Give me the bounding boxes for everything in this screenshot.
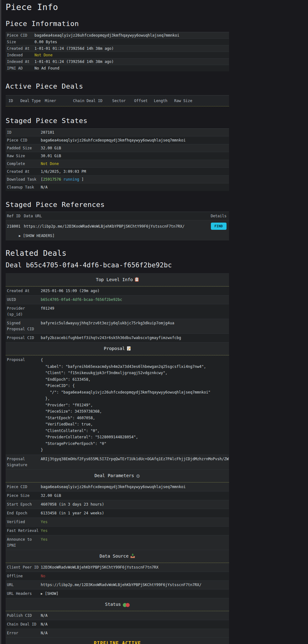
column-header-id: ID xyxy=(8,98,20,103)
active-piece-deals-table-header: ID Deal Type Miner Chain Deal ID Sector … xyxy=(6,95,229,106)
proposal-section-header: Proposal xyxy=(6,342,229,355)
proposal-signature-row: Proposal Signature ARIj3tgyq38EmOHsf2Fys… xyxy=(6,455,229,469)
table-row: Piece CID baga6ea4seaqlyivjz26uhfcxdeopm… xyxy=(6,482,229,491)
table-row: Created At 1-01-01 01:24 (739256d 14h 38… xyxy=(6,45,229,52)
url-headers-row: URL Headers ▶[SHOW] xyxy=(6,589,229,598)
offline-badge: No xyxy=(41,573,229,579)
table-row: Indexed Not Done xyxy=(6,52,229,58)
url-headers-show-toggle[interactable]: ▶[SHOW] xyxy=(41,591,229,597)
column-header-miner: Miner xyxy=(45,98,73,103)
table-row: Piece CID baga6ea4seaqlyivjz26uhfcxdeopm… xyxy=(6,136,229,144)
table-row: Size 0.00 Bytes xyxy=(6,39,229,45)
pipeline-active-banner: PIPELINE ACTIVE xyxy=(6,637,229,644)
column-header-sector: Sector xyxy=(112,98,134,103)
table-row: Proposal CID bafy2bzacebifughbetf3ihqtv2… xyxy=(6,333,229,342)
table-row: UUID b65c4705-0fa4-4df6-bcaa-f656f2be92b… xyxy=(6,295,229,304)
table-row: Announce to IPNI Yes xyxy=(6,535,229,550)
column-header-raw-size: Raw Size xyxy=(174,98,229,103)
announce-ipni-badge: Yes xyxy=(41,537,229,543)
table-row: Raw Size 30.01 GiB xyxy=(6,152,229,160)
deal-parameters-section-header: Deal Parameters⚙ xyxy=(6,469,229,482)
gear-icon: ⚙ xyxy=(136,473,140,479)
table-row: ID 207101 xyxy=(6,129,229,136)
piece-information-heading: Piece Information xyxy=(6,19,229,28)
status-red-icon xyxy=(126,603,130,607)
ref-id-value: 218001 xyxy=(7,224,24,229)
piece-info-page: Piece Info Piece Information Piece CID b… xyxy=(0,0,229,644)
table-row: Created At 1/6/2025, 3:09:03 PM xyxy=(6,167,229,175)
fast-retrieval-badge: Yes xyxy=(41,528,229,534)
column-header-data-url: Data URL xyxy=(24,214,211,219)
column-header-chain-deal-id: Chain Deal ID xyxy=(73,98,112,103)
proposal-json-row: Proposal { "Label": "bafyreihb65exacmdys… xyxy=(6,355,229,455)
left-edge-strip xyxy=(0,0,1,644)
data-url-value: https://libp2p.me/12D3KooWRadvWoWLBjehKb… xyxy=(24,224,211,229)
deal-detail-table: Top Level Info Created At 2025-01-06 15:… xyxy=(6,273,229,644)
complete-status-badge: Not Done xyxy=(41,161,229,166)
related-deals-heading: Related Deals xyxy=(6,249,229,258)
page-title: Piece Info xyxy=(6,2,229,13)
references-table-header: Ref ID Data URL Details xyxy=(6,212,229,220)
table-row: Publish CID N/A xyxy=(6,611,229,620)
status-section-header: Status xyxy=(6,598,229,611)
right-triangle-icon: ▶ xyxy=(41,592,43,595)
table-row: Complete Not Done xyxy=(6,160,229,167)
active-piece-deals-heading: Active Piece Deals xyxy=(6,82,229,91)
indexed-status-badge: Not Done xyxy=(34,53,229,58)
proposal-json: { "Label": "bafyreihb65exacmdysh4m2a73d4… xyxy=(41,357,229,453)
table-row: Fast Retrieval Yes xyxy=(6,526,229,535)
download-task-row: Download Task [25917576 running ] xyxy=(6,175,229,183)
table-row: Padded Size 32.00 GiB xyxy=(6,144,229,152)
top-level-info-section-header: Top Level Info xyxy=(6,273,229,286)
memo-icon xyxy=(127,347,131,352)
table-row: End Epoch 6133458 (in 1 year 24 weeks) xyxy=(6,509,229,518)
data-source-section-header: Data Source xyxy=(6,550,229,563)
table-row: Piece Size 32.00 GiB xyxy=(6,491,229,500)
right-triangle-icon: ▶ xyxy=(19,234,21,237)
table-row: Cleanup Task N/A xyxy=(6,183,229,191)
bracket-close: ] xyxy=(79,177,84,182)
column-header-ref-id: Ref ID xyxy=(7,214,24,219)
table-row: URL https://libp2p.me/12D3KooWRadvWoWLBj… xyxy=(6,580,229,589)
column-header-length: Length xyxy=(154,98,174,103)
table-row: Created At 2025-01-06 15:09 (29m ago) xyxy=(6,286,229,295)
table-row: Offline No xyxy=(6,572,229,580)
table-row: Error N/A xyxy=(6,629,229,637)
table-row: IPNI AD No Ad Found xyxy=(6,65,229,71)
table-row: Provider (sp_id) f01249 xyxy=(6,304,229,319)
show-headers-label: [SHOW HEADERS] xyxy=(23,234,55,238)
uuid-link[interactable]: b65c4705-0fa4-4df6-bcaa-f656f2be92bc xyxy=(41,297,229,303)
download-task-status-link[interactable]: running xyxy=(63,177,79,182)
table-row: Start Epoch 4607058 (in 3 days 23 hours) xyxy=(6,500,229,509)
clipboard-icon xyxy=(135,278,139,283)
data-source-url-value: https://libp2p.me/12D3KooWRadvWoWLBjehKb… xyxy=(41,582,229,588)
inbox-tray-icon xyxy=(130,554,135,559)
staged-piece-references-table: Ref ID Data URL Details 218001 https://l… xyxy=(6,212,229,240)
proposal-signature-value: ARIj3tgyq38EmOHsf2Fys655ML5I7ZrpqQwTErT1… xyxy=(41,456,229,462)
download-task-id-link[interactable]: 25917576 xyxy=(43,177,61,182)
piece-information-table: Piece CID baga6ea4seaqlyivjz26uhfcxdeopm… xyxy=(6,32,229,71)
piece-cid-value: baga6ea4seaqlyivjz26uhfcxdeopmqydj3kmfhq… xyxy=(34,33,229,38)
deal-uuid-heading: Deal b65c4705-0fa4-4df6-bcaa-f656f2be92b… xyxy=(6,261,229,270)
staged-piece-references-heading: Staged Piece References xyxy=(6,200,229,209)
table-row: Client Peer ID 12D3KooWRadvWoWLBjehKbYPB… xyxy=(6,563,229,572)
find-button[interactable]: FIND xyxy=(211,223,227,230)
column-header-details: Details xyxy=(211,214,227,219)
table-row: Verified Yes xyxy=(6,518,229,526)
staged-piece-states-table: ID 207101 Piece CID baga6ea4seaqlyivjz26… xyxy=(6,128,229,191)
table-row: Signed Proposal CID bafyreic5uldwayuyjhh… xyxy=(6,319,229,333)
column-header-offset: Offset xyxy=(134,98,154,103)
show-headers-toggle[interactable]: ▶[SHOW HEADERS] xyxy=(6,232,229,240)
staged-piece-states-heading: Staged Piece States xyxy=(6,116,229,125)
table-row: Indexed At 1-01-01 01:24 (739256d 14h 38… xyxy=(6,58,229,65)
verified-badge: Yes xyxy=(41,519,229,525)
reference-row: 218001 https://libp2p.me/12D3KooWRadvWoW… xyxy=(6,220,229,232)
table-row: Piece CID baga6ea4seaqlyivjz26uhfcxdeopm… xyxy=(6,32,229,39)
column-header-deal-type: Deal Type xyxy=(20,98,45,103)
table-row: Chain Deal ID N/A xyxy=(6,620,229,629)
